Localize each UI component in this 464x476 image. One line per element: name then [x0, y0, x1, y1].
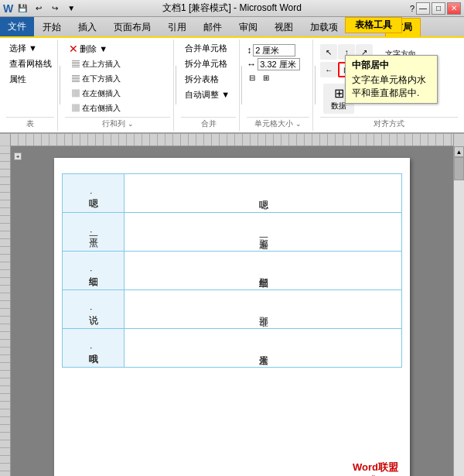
- table-cell[interactable]: 细细细细.: [63, 252, 125, 290]
- table-cell[interactable]: 嗯嗯.: [63, 174, 125, 213]
- table-row: 平一点. 那一遍: [63, 213, 402, 252]
- btn-properties[interactable]: 属性: [6, 72, 29, 87]
- quick-menu-btn[interactable]: ▼: [64, 2, 78, 15]
- btn-insert-below[interactable]: ▤ 在下方插入: [68, 72, 125, 86]
- group-align: ↖ ↑ ↗ ← ⊞ → 文字方向 单元格边距 ⊞ 数据 对齐方式 中部居中 文: [317, 39, 461, 131]
- distribute-row: ⊟ ⊞: [247, 72, 271, 84]
- width-input[interactable]: [258, 58, 300, 70]
- delete-icon: ✕: [69, 43, 78, 55]
- height-icon: ↕: [247, 45, 251, 56]
- window-title: 文档1 [兼容模式] - Microsoft Word: [162, 2, 302, 15]
- title-bar-right: ? — □ ✕: [410, 2, 461, 15]
- watermark-text: Word联盟: [338, 461, 398, 474]
- group-hebing: 合并单元格 拆分单元格 拆分表格 自动调整 ▼ 合并: [178, 39, 240, 131]
- word-table: 嗯嗯. 嗯嗯 平一点. 那一遍 细细细细. 丝细细那 说说. 谁那: [62, 173, 402, 368]
- divider-2: [176, 66, 176, 104]
- group-align-label: 对齐方式: [320, 117, 458, 129]
- btn-view-gridlines[interactable]: 查看网格线: [6, 57, 55, 71]
- scroll-thumb[interactable]: [454, 157, 464, 180]
- table-cell[interactable]: 谁那: [125, 290, 402, 329]
- group-cellsize: ↕ ↔ ⊟ ⊞ 单元格大小 ⌄: [244, 39, 313, 131]
- btn-split-table[interactable]: 拆分表格: [181, 72, 223, 87]
- word-logo-icon: W: [3, 2, 13, 15]
- tab-insert[interactable]: 插入: [70, 18, 105, 36]
- table-row: 细细细细. 丝细细那: [63, 252, 402, 290]
- btn-select[interactable]: 选择 ▼: [6, 41, 40, 56]
- add-row-btn[interactable]: +: [14, 152, 22, 160]
- width-row: ↔: [247, 58, 300, 70]
- group-cellsize-label: 单元格大小 ⌄: [247, 117, 309, 129]
- tooltip-title: 中部居中: [352, 59, 431, 72]
- btn-delete[interactable]: ✕ 删除 ▼: [65, 41, 111, 57]
- table-cell[interactable]: 嗯嗯: [125, 174, 402, 213]
- doc-column: + 嗯嗯. 嗯嗯 平一点. 那一遍 细细细细. 丝细细那: [11, 134, 453, 476]
- top-ruler: [11, 134, 453, 146]
- btn-merge-cells[interactable]: 合并单元格: [181, 41, 231, 56]
- table-tools-label: 表格工具: [345, 17, 402, 33]
- minimize-btn[interactable]: —: [416, 2, 430, 15]
- width-icon: ↔: [247, 59, 256, 70]
- tab-pagelayout[interactable]: 页面布局: [105, 18, 159, 36]
- table-cell[interactable]: 平一点.: [63, 213, 125, 252]
- table-cell[interactable]: 那一遍: [125, 213, 402, 252]
- left-ruler: [0, 134, 11, 476]
- group-hanglie: ✕ 删除 ▼ ▤ 在上方插入 ▤ 在下方插入 ▥ 在左侧插入 ▥ 在右侧插入 行…: [62, 39, 174, 131]
- watermark-area: Word联盟 www.wordlm.com: [338, 461, 398, 476]
- tooltip-desc: 文字在单元格内水平和垂直都居中.: [352, 74, 431, 100]
- title-bar: W 💾 ↩ ↪ ▼ 文档1 [兼容模式] - Microsoft Word ? …: [0, 0, 464, 17]
- table-cell[interactable]: 丝细细那: [125, 252, 402, 290]
- table-row: 说说. 谁那: [63, 290, 402, 329]
- tooltip-box: 中部居中 文字在单元格内水平和垂直都居中.: [345, 55, 438, 104]
- divider-1: [60, 66, 60, 104]
- btn-distribute-cols[interactable]: ⊞: [261, 72, 271, 84]
- data-icon: ⊞: [334, 86, 344, 101]
- table-row: 嗯嗯. 嗯嗯: [63, 174, 402, 213]
- divider-3: [241, 66, 242, 104]
- btn-insert-right[interactable]: ▥ 在右侧插入: [68, 101, 125, 115]
- table-cell[interactable]: 米连蛋: [125, 329, 402, 368]
- group-hanglie-label: 行和列 ⌄: [65, 117, 170, 129]
- tab-mail[interactable]: 邮件: [195, 18, 230, 36]
- align-topleft-btn[interactable]: ↖: [320, 44, 337, 60]
- align-middleleft-btn[interactable]: ←: [320, 62, 337, 77]
- group-hebing-label: 合并: [181, 117, 236, 129]
- tab-review[interactable]: 审阅: [230, 18, 266, 36]
- title-bar-left: W 💾 ↩ ↪ ▼: [3, 2, 78, 15]
- tab-view[interactable]: 视图: [266, 18, 302, 36]
- close-btn[interactable]: ✕: [447, 2, 461, 15]
- help-btn[interactable]: ?: [410, 4, 415, 13]
- doc-viewport: + 嗯嗯. 嗯嗯 平一点. 那一遍 细细细细. 丝细细那: [11, 146, 453, 476]
- btn-split-cells[interactable]: 拆分单元格: [181, 57, 231, 71]
- quick-undo-btn[interactable]: ↩: [32, 2, 46, 15]
- tab-file[interactable]: 文件: [0, 17, 34, 36]
- ribbon-content: 选择 ▼ 查看网格线 属性 表 ✕ 删除 ▼ ▤ 在上方插入 ▤ 在下方插入 ▥…: [0, 38, 464, 134]
- group-biao: 选择 ▼ 查看网格线 属性 表: [3, 39, 58, 131]
- quick-redo-btn[interactable]: ↪: [48, 2, 62, 15]
- btn-distribute-rows[interactable]: ⊟: [247, 72, 258, 84]
- btn-insert-above[interactable]: ▤ 在上方插入: [68, 57, 125, 71]
- height-input[interactable]: [253, 44, 295, 57]
- table-row: 哦哦哦. 米连蛋: [63, 329, 402, 368]
- tab-start[interactable]: 开始: [34, 18, 70, 36]
- tab-references[interactable]: 引用: [159, 18, 195, 36]
- btn-insert-left[interactable]: ▥ 在左侧插入: [68, 87, 125, 101]
- table-cell[interactable]: 哦哦哦.: [63, 329, 125, 368]
- right-scrollbar: ▲ ▼: [453, 134, 464, 476]
- tab-addons[interactable]: 加载项: [302, 18, 346, 36]
- maximize-btn[interactable]: □: [432, 2, 445, 15]
- group-biao-label: 表: [6, 117, 54, 129]
- btn-auto-fit[interactable]: 自动调整 ▼: [181, 87, 234, 102]
- scroll-track: [454, 157, 464, 476]
- scroll-up-btn[interactable]: ▲: [454, 146, 464, 157]
- quick-save-btn[interactable]: 💾: [15, 2, 29, 15]
- divider-4: [315, 66, 316, 104]
- height-row: ↕: [247, 44, 295, 57]
- document-page: 嗯嗯. 嗯嗯 平一点. 那一遍 细细细细. 丝细细那 说说. 谁那: [54, 158, 410, 476]
- table-cell[interactable]: 说说.: [63, 290, 125, 329]
